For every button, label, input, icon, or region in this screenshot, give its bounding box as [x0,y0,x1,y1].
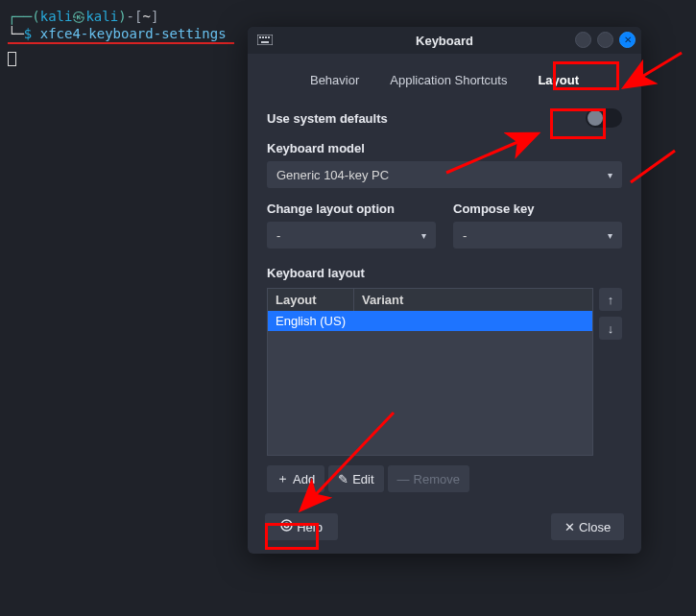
chevron-down-icon: ▾ [608,230,612,241]
tab-application-shortcuts[interactable]: Application Shortcuts [386,71,511,89]
tab-behavior[interactable]: Behavior [306,71,363,89]
chevron-down-icon: ▾ [421,230,426,241]
move-down-button[interactable]: ↓ [599,317,622,340]
prompt-user: kali [40,9,73,24]
column-header-layout[interactable]: Layout [268,289,354,311]
layout-cell-variant [354,311,592,331]
close-button-label: Close [579,520,611,534]
remove-button: — Remove [388,465,469,492]
remove-button-label: Remove [414,472,460,486]
help-button-label: Help [297,520,323,534]
compose-key-label: Compose key [453,201,622,216]
tab-layout[interactable]: Layout [534,71,583,89]
help-button[interactable]: Help [265,513,338,540]
svg-rect-4 [268,36,270,38]
svg-rect-0 [257,35,273,45]
keyboard-model-label: Keyboard model [267,141,622,155]
keyboard-layout-label: Keyboard layout [267,266,622,280]
use-system-defaults-label: Use system defaults [267,111,388,126]
terminal-cursor [8,52,16,66]
maximize-button[interactable] [597,32,613,48]
svg-rect-1 [259,36,261,38]
keyboard-settings-window: Keyboard Behavior Application Shortcuts … [248,27,641,554]
plus-icon: ＋ [276,470,289,487]
change-layout-option-value: - [276,228,280,243]
chevron-down-icon: ▾ [608,170,612,180]
compose-key-value: - [463,228,467,243]
keyboard-icon [257,34,273,48]
prompt-host: kali [85,9,118,24]
edit-button-label: Edit [352,472,373,486]
keyboard-model-dropdown[interactable]: Generic 104-key PC ▾ [267,161,622,188]
svg-point-7 [284,523,288,527]
svg-rect-5 [261,41,269,43]
add-button[interactable]: ＋ Add [267,465,324,492]
svg-point-6 [281,520,292,531]
change-layout-option-dropdown[interactable]: - ▾ [267,222,436,249]
column-header-variant[interactable]: Variant [354,289,592,311]
svg-rect-2 [262,36,264,38]
layout-table: Layout Variant English (US) [267,288,593,456]
keyboard-model-value: Generic 104-key PC [276,168,389,182]
minus-icon: — [397,472,410,486]
edit-button[interactable]: ✎ Edit [328,465,383,492]
terminal-command: xfce4-keyboard-settings [40,26,227,41]
layout-cell-layout: English (US) [268,311,354,331]
close-window-button[interactable] [619,32,636,48]
compose-key-dropdown[interactable]: - ▾ [453,222,622,249]
terminal: ┌──(kali㉿kali)-[~] └─$ xfce4-keyboard-se… [8,8,227,42]
annotation-underline [8,42,234,44]
change-layout-option-label: Change layout option [267,201,436,216]
pencil-icon: ✎ [338,472,348,486]
tab-bar: Behavior Application Shortcuts Layout [248,54,641,99]
close-icon: ✕ [564,520,575,534]
arrow-down-icon: ↓ [608,321,614,336]
arrow-up-icon: ↑ [608,293,614,307]
move-up-button[interactable]: ↑ [599,288,622,311]
help-icon [280,519,293,534]
close-button[interactable]: ✕ Close [551,513,624,540]
svg-rect-3 [265,36,267,38]
minimize-button[interactable] [575,32,591,48]
prompt-cwd: ~ [142,9,150,24]
layout-row[interactable]: English (US) [268,311,592,331]
use-system-defaults-toggle[interactable] [586,108,622,128]
titlebar[interactable]: Keyboard [248,27,641,54]
add-button-label: Add [293,472,315,486]
